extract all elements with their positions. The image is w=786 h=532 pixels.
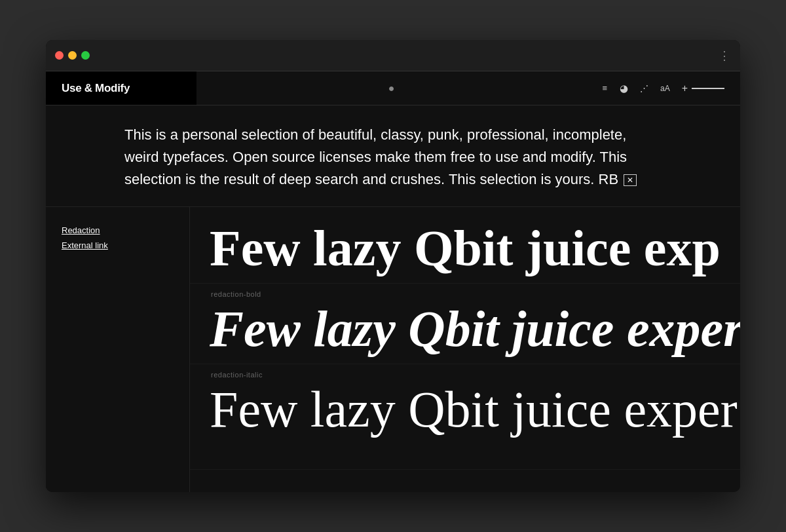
font-section: Redaction External link Few lazy Qbit ju… [46, 207, 740, 492]
font-name-link[interactable]: Redaction [62, 225, 174, 235]
italic-sample-text: Few lazy Qbit juice experts [210, 301, 740, 357]
search-icon: ● [388, 83, 395, 94]
slider-track[interactable] [692, 88, 724, 89]
rb-badge: ✕ [624, 174, 637, 186]
intro-text: This is a personal selection of beautifu… [124, 124, 662, 191]
main-content: This is a personal selection of beautifu… [46, 105, 740, 492]
grid-view-icon[interactable]: ⋰ [640, 83, 648, 93]
font-variant-bold-labeled: redaction-bold Few lazy Qbit juice exper… [190, 284, 740, 364]
font-display-area: Few lazy Qbit juice exp redaction-bold F… [190, 207, 740, 492]
site-logo[interactable]: Use & Modify [46, 71, 196, 105]
size-slider[interactable]: + [682, 83, 724, 94]
bold-variant-label: redaction-bold [210, 290, 740, 298]
plus-icon: + [682, 83, 688, 94]
nav-bar: Use & Modify ● ≡ ◕ ⋰ aA + [46, 71, 740, 105]
external-link[interactable]: External link [62, 240, 174, 250]
search-area[interactable]: ● [196, 83, 586, 94]
font-variant-regular: redaction-italic Few lazy Qbit juice exp… [190, 364, 740, 470]
title-bar: ⋮ [46, 40, 740, 71]
bold-sample-text: Few lazy Qbit juice exp [210, 220, 740, 276]
logo-text: Use & Modify [62, 82, 130, 95]
nav-icons: ≡ ◕ ⋰ aA + [586, 83, 740, 94]
font-variant-bold: Few lazy Qbit juice exp [190, 207, 740, 284]
browser-content: Use & Modify ● ≡ ◕ ⋰ aA + This is a [46, 71, 740, 492]
minimize-button[interactable] [68, 51, 77, 60]
italic-variant-label: redaction-italic [210, 371, 740, 379]
font-sidebar: Redaction External link [46, 207, 190, 492]
menu-dots[interactable]: ⋮ [719, 48, 731, 63]
traffic-lights [55, 51, 90, 60]
contrast-icon[interactable]: ◕ [620, 83, 628, 94]
regular-sample-text: Few lazy Qbit juice exper [210, 381, 740, 438]
close-button[interactable] [55, 51, 64, 60]
list-view-icon[interactable]: ≡ [602, 83, 608, 93]
text-size-icon[interactable]: aA [660, 84, 670, 93]
maximize-button[interactable] [81, 51, 90, 60]
intro-section: This is a personal selection of beautifu… [46, 105, 740, 207]
browser-window: ⋮ Use & Modify ● ≡ ◕ ⋰ aA + [46, 40, 740, 492]
